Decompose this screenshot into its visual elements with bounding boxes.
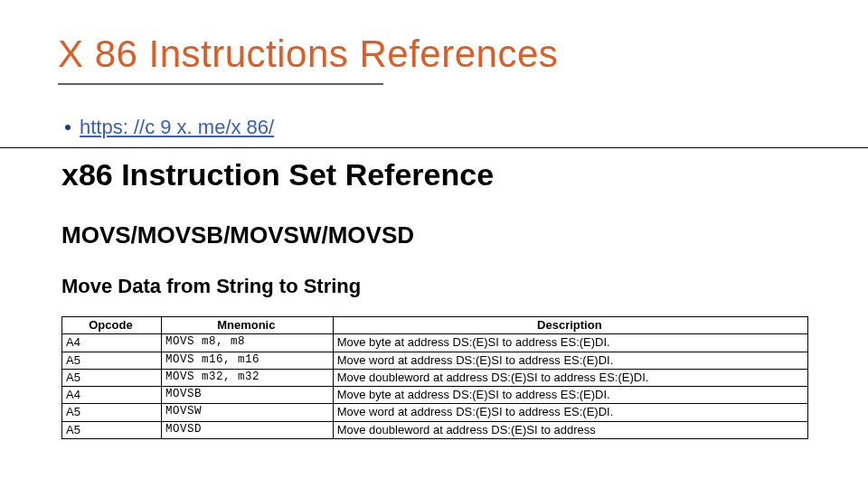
- bullet-icon: [65, 125, 71, 130]
- section-divider: [0, 141, 868, 148]
- table-header-row: Opcode Mnemonic Description: [62, 317, 808, 334]
- table-row: A4 MOVS m8, m8 Move byte at address DS:(…: [62, 334, 808, 352]
- bullet-link-row: https: //c 9 x. me/x 86/: [65, 116, 810, 139]
- col-mnemonic: Mnemonic: [161, 317, 333, 334]
- cell-desc: Move byte at address DS:(E)SI to address…: [333, 334, 807, 352]
- instruction-table: Opcode Mnemonic Description A4 MOVS m8, …: [61, 316, 808, 439]
- col-opcode: Opcode: [62, 317, 162, 334]
- cell-opcode: A5: [62, 421, 162, 438]
- cell-opcode: A5: [62, 404, 162, 421]
- cell-opcode: A5: [62, 352, 162, 369]
- cell-mnemonic: MOVSD: [161, 421, 333, 438]
- cell-mnemonic: MOVS m8, m8: [161, 334, 333, 352]
- page-title: X 86 Instructions References: [58, 33, 810, 76]
- cell-desc: Move word at address DS:(E)SI to address…: [333, 352, 807, 369]
- col-desc: Description: [333, 317, 807, 334]
- cell-desc: Move doubleword at address DS:(E)SI to a…: [333, 369, 807, 386]
- cell-mnemonic: MOVSW: [161, 404, 333, 421]
- cell-opcode: A4: [62, 334, 162, 352]
- site-title: x86 Instruction Set Reference: [61, 157, 810, 192]
- cell-opcode: A5: [62, 369, 162, 386]
- cell-desc: Move byte at address DS:(E)SI to address…: [333, 387, 807, 404]
- table-row: A5 MOVS m32, m32 Move doubleword at addr…: [62, 369, 808, 386]
- cell-mnemonic: MOVSB: [161, 387, 333, 404]
- title-underline: [58, 83, 383, 85]
- table-row: A5 MOVSW Move word at address DS:(E)SI t…: [62, 404, 808, 421]
- reference-excerpt: x86 Instruction Set Reference MOVS/MOVSB…: [61, 157, 810, 439]
- cell-desc: Move word at address DS:(E)SI to address…: [333, 404, 807, 421]
- cell-mnemonic: MOVS m32, m32: [161, 369, 333, 386]
- instruction-heading: MOVS/MOVSB/MOVSW/MOVSD: [61, 221, 810, 249]
- table-row: A5 MOVS m16, m16 Move word at address DS…: [62, 352, 808, 369]
- reference-link[interactable]: https: //c 9 x. me/x 86/: [80, 116, 274, 139]
- table-row: A4 MOVSB Move byte at address DS:(E)SI t…: [62, 387, 808, 404]
- cell-opcode: A4: [62, 387, 162, 404]
- slide: X 86 Instructions References https: //c …: [0, 0, 868, 439]
- cell-desc: Move doubleword at address DS:(E)SI to a…: [333, 421, 807, 438]
- cell-mnemonic: MOVS m16, m16: [161, 352, 333, 369]
- table-row: A5 MOVSD Move doubleword at address DS:(…: [62, 421, 808, 438]
- instruction-subheading: Move Data from String to String: [61, 275, 810, 298]
